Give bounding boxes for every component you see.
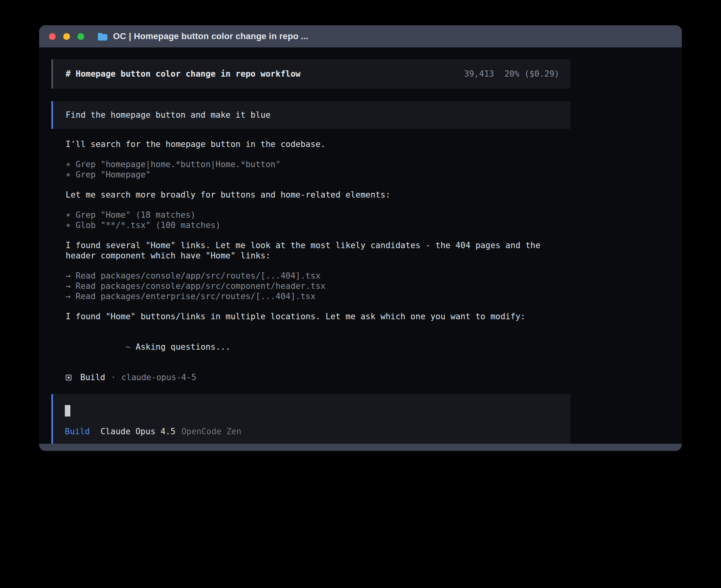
- tool-call-grep: ∗ Grep "Homepage": [66, 170, 570, 180]
- user-message: Find the homepage button and make it blu…: [51, 101, 570, 129]
- assistant-paragraph: I'll search for the homepage button in t…: [66, 139, 570, 149]
- user-message-text: Find the homepage button and make it blu…: [66, 110, 270, 120]
- assistant-text: I found several "Home" links. Let me loo…: [66, 240, 570, 251]
- tool-call-group: ∗ Grep "Home" (18 matches) ∗ Glob "**/*.…: [66, 210, 570, 230]
- window-titlebar[interactable]: OC | Homepage button color change in rep…: [39, 25, 682, 47]
- transcript: I'll search for the homepage button in t…: [51, 139, 570, 383]
- tool-call-read: → Read packages/console/app/src/componen…: [66, 281, 570, 291]
- assistant-text: header component which have "Home" links…: [66, 251, 570, 261]
- close-button[interactable]: [49, 33, 56, 40]
- session-meta: 39,413 20% ($0.29): [464, 69, 559, 79]
- agent-model: claude-opus-4-5: [121, 372, 196, 383]
- tool-call-group: → Read packages/console/app/src/routes/[…: [66, 271, 570, 302]
- model-label: Claude Opus 4.5: [100, 426, 176, 437]
- window-title: OC | Homepage button color change in rep…: [113, 31, 308, 41]
- context-usage: 20% ($0.29): [504, 69, 559, 79]
- assistant-paragraph: Let me search more broadly for buttons a…: [66, 190, 570, 200]
- mode-label: Build: [65, 426, 90, 437]
- status-text: Asking questions...: [136, 342, 230, 352]
- tool-status-line: ~ Asking questions...: [66, 332, 570, 362]
- input-status-line: Build Claude Opus 4.5 OpenCode Zen: [65, 426, 559, 437]
- agent-name: Build: [80, 372, 105, 383]
- tool-call-group: ∗ Grep "homepage|home.*button|Home.*butt…: [66, 159, 570, 180]
- terminal-window: OC | Homepage button color change in rep…: [39, 25, 682, 451]
- agent-build-icon: [66, 375, 72, 381]
- assistant-text: I found "Home" buttons/links in multiple…: [66, 311, 570, 322]
- tool-call-read: → Read packages/console/app/src/routes/[…: [66, 271, 570, 281]
- traffic-lights: [49, 33, 84, 40]
- tool-call-glob: ∗ Glob "**/*.tsx" (100 matches): [66, 220, 570, 230]
- tool-call-read: → Read packages/enterprise/src/routes/[.…: [66, 291, 570, 302]
- assistant-paragraph: I found several "Home" links. Let me loo…: [66, 240, 570, 261]
- session-title: # Homepage button color change in repo w…: [66, 69, 300, 79]
- assistant-text: I'll search for the homepage button in t…: [66, 139, 570, 149]
- token-count: 39,413: [464, 69, 494, 79]
- zoom-button[interactable]: [77, 33, 84, 40]
- tool-call-grep: ∗ Grep "homepage|home.*button|Home.*butt…: [66, 159, 570, 170]
- assistant-text: Let me search more broadly for buttons a…: [66, 190, 570, 200]
- assistant-paragraph: I found "Home" buttons/links in multiple…: [66, 311, 570, 322]
- title-group: OC | Homepage button color change in rep…: [97, 31, 308, 41]
- agent-separator: ·: [111, 372, 116, 383]
- provider-label: OpenCode Zen: [181, 426, 242, 437]
- status-prefix: ~: [126, 342, 131, 352]
- text-cursor: [65, 405, 70, 416]
- terminal-content: # Homepage button color change in repo w…: [39, 47, 682, 444]
- prompt-input[interactable]: Build Claude Opus 4.5 OpenCode Zen: [51, 394, 570, 444]
- tool-call-grep: ∗ Grep "Home" (18 matches): [66, 210, 570, 220]
- minimize-button[interactable]: [63, 33, 70, 40]
- folder-icon: [97, 32, 108, 41]
- agent-status-line: Build · claude-opus-4-5: [66, 372, 570, 383]
- session-header: # Homepage button color change in repo w…: [51, 59, 570, 89]
